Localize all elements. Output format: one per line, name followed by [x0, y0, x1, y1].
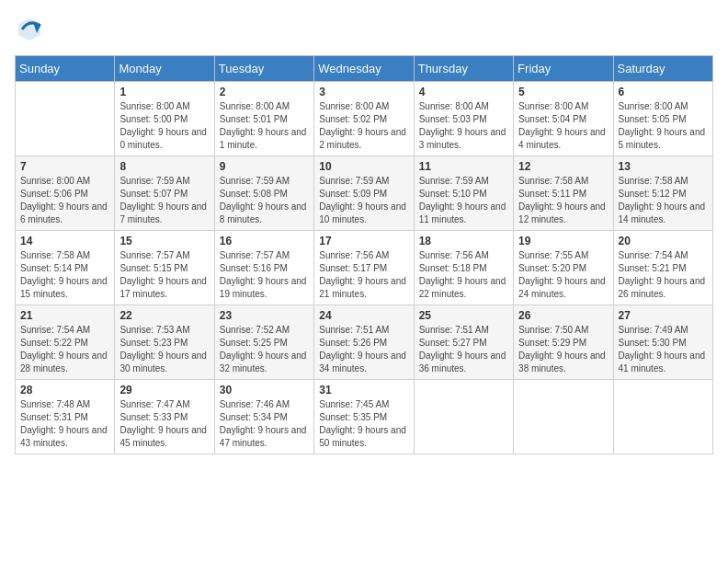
day-number: 26	[518, 309, 608, 322]
calendar-cell: 24 Sunrise: 7:51 AMSunset: 5:26 PMDaylig…	[314, 305, 414, 380]
day-number: 23	[220, 309, 309, 322]
day-detail: Sunrise: 7:48 AMSunset: 5:31 PMDaylight:…	[20, 399, 108, 448]
calendar-cell: 19 Sunrise: 7:55 AMSunset: 5:20 PMDaylig…	[514, 231, 613, 305]
calendar-cell: 6 Sunrise: 8:00 AMSunset: 5:05 PMDayligh…	[613, 82, 712, 156]
day-number: 30	[220, 384, 309, 396]
calendar-week-2: 7 Sunrise: 8:00 AMSunset: 5:06 PMDayligh…	[16, 156, 713, 231]
day-detail: Sunrise: 8:00 AMSunset: 5:01 PMDaylight:…	[220, 101, 307, 150]
day-detail: Sunrise: 7:47 AMSunset: 5:33 PMDaylight:…	[119, 399, 207, 448]
day-detail: Sunrise: 8:00 AMSunset: 5:04 PMDaylight:…	[518, 101, 606, 150]
calendar-cell: 11 Sunrise: 7:59 AMSunset: 5:10 PMDaylig…	[414, 156, 513, 231]
calendar-cell: 23 Sunrise: 7:52 AMSunset: 5:25 PMDaylig…	[214, 305, 313, 380]
day-detail: Sunrise: 7:50 AMSunset: 5:29 PMDaylight:…	[518, 325, 606, 373]
day-detail: Sunrise: 8:00 AMSunset: 5:00 PMDaylight:…	[119, 101, 207, 150]
calendar-cell: 31 Sunrise: 7:45 AMSunset: 5:35 PMDaylig…	[314, 380, 414, 454]
calendar-cell: 10 Sunrise: 7:59 AMSunset: 5:09 PMDaylig…	[314, 156, 414, 231]
calendar-cell: 9 Sunrise: 7:59 AMSunset: 5:08 PMDayligh…	[214, 156, 313, 231]
calendar-cell: 29 Sunrise: 7:47 AMSunset: 5:33 PMDaylig…	[115, 380, 214, 454]
day-detail: Sunrise: 7:56 AMSunset: 5:17 PMDaylight:…	[319, 250, 406, 299]
day-detail: Sunrise: 7:54 AMSunset: 5:22 PMDaylight:…	[20, 325, 108, 373]
day-detail: Sunrise: 7:56 AMSunset: 5:18 PMDaylight:…	[419, 250, 506, 299]
day-number: 2	[220, 86, 309, 98]
day-number: 3	[319, 86, 408, 98]
day-number: 8	[119, 160, 209, 173]
calendar-header-row: SundayMondayTuesdayWednesdayThursdayFrid…	[16, 56, 713, 82]
calendar-week-4: 21 Sunrise: 7:54 AMSunset: 5:22 PMDaylig…	[16, 305, 713, 380]
day-number: 14	[20, 235, 109, 247]
day-number: 11	[419, 160, 508, 173]
day-number: 22	[119, 309, 209, 322]
calendar-cell: 27 Sunrise: 7:49 AMSunset: 5:30 PMDaylig…	[613, 305, 712, 380]
day-detail: Sunrise: 8:00 AMSunset: 5:05 PMDaylight:…	[619, 101, 706, 150]
calendar-week-3: 14 Sunrise: 7:58 AMSunset: 5:14 PMDaylig…	[16, 231, 713, 305]
calendar-cell: 8 Sunrise: 7:59 AMSunset: 5:07 PMDayligh…	[115, 156, 214, 231]
day-number: 10	[319, 160, 408, 173]
header-monday: Monday	[115, 56, 214, 82]
day-number: 17	[319, 235, 408, 247]
day-detail: Sunrise: 7:53 AMSunset: 5:23 PMDaylight:…	[119, 325, 207, 373]
day-detail: Sunrise: 7:51 AMSunset: 5:27 PMDaylight:…	[419, 325, 506, 373]
day-detail: Sunrise: 7:59 AMSunset: 5:10 PMDaylight:…	[419, 176, 506, 224]
calendar-cell	[613, 380, 712, 454]
calendar-cell: 2 Sunrise: 8:00 AMSunset: 5:01 PMDayligh…	[214, 82, 313, 156]
logo-icon	[15, 15, 44, 44]
calendar-cell: 18 Sunrise: 7:56 AMSunset: 5:18 PMDaylig…	[414, 231, 513, 305]
calendar-cell: 7 Sunrise: 8:00 AMSunset: 5:06 PMDayligh…	[16, 156, 115, 231]
day-number: 20	[619, 235, 708, 247]
day-detail: Sunrise: 7:59 AMSunset: 5:08 PMDaylight:…	[220, 176, 307, 224]
calendar-cell	[16, 82, 115, 156]
day-detail: Sunrise: 8:00 AMSunset: 5:03 PMDaylight:…	[419, 101, 506, 150]
day-detail: Sunrise: 7:54 AMSunset: 5:21 PMDaylight:…	[619, 250, 706, 299]
day-number: 28	[20, 384, 109, 396]
day-detail: Sunrise: 7:45 AMSunset: 5:35 PMDaylight:…	[319, 399, 406, 448]
calendar-cell: 5 Sunrise: 8:00 AMSunset: 5:04 PMDayligh…	[514, 82, 613, 156]
header-saturday: Saturday	[613, 56, 712, 82]
calendar-cell: 14 Sunrise: 7:58 AMSunset: 5:14 PMDaylig…	[16, 231, 115, 305]
page-header	[15, 15, 713, 44]
day-detail: Sunrise: 8:00 AMSunset: 5:06 PMDaylight:…	[20, 176, 108, 224]
day-number: 21	[20, 309, 109, 322]
day-detail: Sunrise: 7:58 AMSunset: 5:11 PMDaylight:…	[518, 176, 606, 224]
day-number: 29	[119, 384, 209, 396]
calendar-cell: 30 Sunrise: 7:46 AMSunset: 5:34 PMDaylig…	[214, 380, 313, 454]
header-wednesday: Wednesday	[314, 56, 414, 82]
day-number: 13	[619, 160, 708, 173]
day-number: 12	[518, 160, 608, 173]
calendar-cell: 28 Sunrise: 7:48 AMSunset: 5:31 PMDaylig…	[16, 380, 115, 454]
day-detail: Sunrise: 7:46 AMSunset: 5:34 PMDaylight:…	[220, 399, 307, 448]
calendar-cell: 12 Sunrise: 7:58 AMSunset: 5:11 PMDaylig…	[514, 156, 613, 231]
calendar-week-1: 1 Sunrise: 8:00 AMSunset: 5:00 PMDayligh…	[16, 82, 713, 156]
header-thursday: Thursday	[414, 56, 513, 82]
calendar-cell: 13 Sunrise: 7:58 AMSunset: 5:12 PMDaylig…	[613, 156, 712, 231]
calendar-cell: 26 Sunrise: 7:50 AMSunset: 5:29 PMDaylig…	[514, 305, 613, 380]
day-number: 1	[119, 86, 209, 98]
day-number: 9	[220, 160, 309, 173]
day-number: 27	[619, 309, 708, 322]
day-number: 25	[419, 309, 508, 322]
day-number: 16	[220, 235, 309, 247]
calendar-cell: 22 Sunrise: 7:53 AMSunset: 5:23 PMDaylig…	[115, 305, 214, 380]
day-number: 4	[419, 86, 508, 98]
calendar-cell: 1 Sunrise: 8:00 AMSunset: 5:00 PMDayligh…	[115, 82, 214, 156]
day-number: 6	[619, 86, 708, 98]
day-detail: Sunrise: 7:59 AMSunset: 5:07 PMDaylight:…	[119, 176, 207, 224]
calendar-cell: 21 Sunrise: 7:54 AMSunset: 5:22 PMDaylig…	[16, 305, 115, 380]
calendar-week-5: 28 Sunrise: 7:48 AMSunset: 5:31 PMDaylig…	[16, 380, 713, 454]
day-detail: Sunrise: 7:55 AMSunset: 5:20 PMDaylight:…	[518, 250, 606, 299]
day-detail: Sunrise: 7:58 AMSunset: 5:12 PMDaylight:…	[619, 176, 706, 224]
logo	[15, 15, 48, 44]
calendar-cell: 16 Sunrise: 7:57 AMSunset: 5:16 PMDaylig…	[214, 231, 313, 305]
day-detail: Sunrise: 7:52 AMSunset: 5:25 PMDaylight:…	[220, 325, 307, 373]
day-detail: Sunrise: 7:51 AMSunset: 5:26 PMDaylight:…	[319, 325, 406, 373]
day-number: 7	[20, 160, 109, 173]
calendar-cell	[414, 380, 513, 454]
calendar-cell: 17 Sunrise: 7:56 AMSunset: 5:17 PMDaylig…	[314, 231, 414, 305]
day-detail: Sunrise: 7:59 AMSunset: 5:09 PMDaylight:…	[319, 176, 406, 224]
header-friday: Friday	[514, 56, 613, 82]
header-sunday: Sunday	[16, 56, 115, 82]
day-number: 5	[518, 86, 608, 98]
calendar-cell: 20 Sunrise: 7:54 AMSunset: 5:21 PMDaylig…	[613, 231, 712, 305]
day-number: 18	[419, 235, 508, 247]
day-detail: Sunrise: 7:57 AMSunset: 5:16 PMDaylight:…	[220, 250, 307, 299]
day-number: 24	[319, 309, 408, 322]
